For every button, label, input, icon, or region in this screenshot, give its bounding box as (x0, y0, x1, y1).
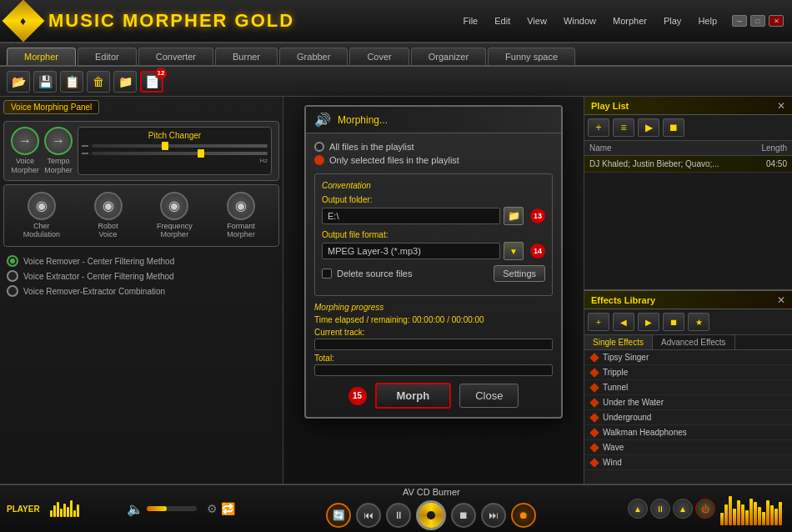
settings-icon[interactable]: ⚙ (207, 502, 218, 515)
eq-bar-5 (737, 500, 740, 525)
fx-btn-5[interactable]: ★ (688, 313, 709, 331)
playlist-column-headers: Name Length (584, 141, 792, 156)
browse-folder-button[interactable]: 📁 (504, 207, 524, 225)
morph-button[interactable]: Morph (375, 383, 452, 409)
fx-item-tripple[interactable]: Tripple (584, 365, 792, 380)
toolbar-btn-5[interactable]: 📁 (113, 71, 137, 93)
fx-item-walkman[interactable]: Walkman Headphones (584, 425, 792, 440)
playlist-btn-2[interactable]: ≡ (613, 118, 634, 137)
total-progress (314, 364, 553, 376)
volume-down-icon[interactable]: 🔈 (127, 501, 143, 517)
repeat-button[interactable]: 🔄 (326, 503, 351, 528)
menu-file[interactable]: File (457, 13, 485, 28)
frequency-morpher-btn[interactable]: ◉ FrequencyMorpher (144, 192, 206, 240)
tab-burner[interactable]: Burner (215, 48, 278, 65)
tab-converter[interactable]: Converter (138, 48, 213, 65)
fx-btn-4[interactable]: ⏹ (663, 313, 684, 331)
output-format-dropdown[interactable]: ▼ (504, 242, 524, 260)
radio-dot-2 (7, 270, 18, 282)
formant-morpher-btn[interactable]: ◉ FormantMorpher (210, 192, 272, 240)
stop-button[interactable]: ⏹ (451, 503, 476, 528)
menu-edit[interactable]: Edit (488, 13, 517, 28)
menu-play[interactable]: Play (657, 13, 688, 28)
volume-slider[interactable] (147, 506, 197, 511)
repeat-icon[interactable]: 🔁 (221, 502, 235, 515)
radio-voice-remover[interactable]: Voice Remover - Center Filtering Method (7, 255, 276, 267)
viz-bar-1 (50, 510, 53, 517)
toolbar: 📂 💾 📋 🗑 📁 📄 12 (0, 67, 792, 97)
fx-item-tipsy-singer[interactable]: Tipsy Singer (584, 350, 792, 365)
speaker-btn-3[interactable]: ▲ (673, 499, 693, 519)
fx-item-wind[interactable]: Wind (584, 455, 792, 470)
playlist-btn-4[interactable]: ⏹ (663, 118, 684, 137)
fx-item-underground[interactable]: Underground (584, 410, 792, 425)
close-button[interactable]: ✕ (769, 15, 784, 27)
fx-btn-3[interactable]: ▶ (638, 313, 659, 331)
fx-item-wave[interactable]: Wave (584, 440, 792, 455)
output-folder-input[interactable] (322, 208, 500, 224)
toolbar-btn-highlighted[interactable]: 📄 12 (140, 71, 163, 93)
playlist-add-button[interactable]: + (588, 118, 609, 137)
eq-bar-4 (733, 509, 736, 525)
fx-btn-2[interactable]: ◀ (613, 313, 634, 331)
output-folder-row: 📁 13 (322, 207, 545, 225)
robot-voice-btn[interactable]: ◉ RobotVoice (78, 192, 139, 240)
tab-cover[interactable]: Cover (349, 48, 409, 65)
maximize-button[interactable]: □ (750, 15, 765, 27)
playlist-title: Play List (591, 101, 629, 111)
radio-all-files[interactable]: All files in the playlist (314, 142, 553, 152)
toolbar-btn-3[interactable]: 📋 (60, 71, 83, 93)
toolbar-btn-2[interactable]: 💾 (33, 71, 57, 93)
eq-bar-9 (754, 502, 757, 525)
tab-editor[interactable]: Editor (78, 48, 137, 65)
radio-voice-remover-extractor[interactable]: Voice Remover-Extractor Combination (7, 285, 276, 297)
eq-bar-3 (729, 496, 732, 525)
cher-modulation-btn[interactable]: ◉ CherModulation (11, 192, 73, 240)
menu-help[interactable]: Help (691, 13, 724, 28)
tab-organizer[interactable]: Organizer (411, 48, 486, 65)
effects-close-icon[interactable]: ✕ (777, 294, 785, 306)
playlist-close-icon[interactable]: ✕ (777, 100, 785, 112)
app-title: MUSIC MORPHER GOLD (48, 10, 457, 32)
eq-bar-11 (762, 512, 765, 525)
conventation-label: Conventation (322, 181, 545, 190)
speaker-btn-4[interactable]: ⏻ (695, 499, 715, 519)
prev-button[interactable]: ⏮ (356, 503, 381, 528)
fx-tab-advanced[interactable]: Advanced Effects (653, 335, 735, 349)
fx-tab-single[interactable]: Single Effects (584, 335, 653, 349)
menu-window[interactable]: Window (557, 13, 603, 28)
tab-grabber[interactable]: Grabber (279, 48, 348, 65)
minimize-button[interactable]: ─ (732, 15, 747, 27)
toolbar-btn-4[interactable]: 🗑 (87, 71, 110, 93)
fx-item-under-water[interactable]: Under the Water (584, 395, 792, 410)
voice-morpher-btn[interactable]: → VoiceMorpher (11, 127, 39, 175)
playlist-btn-3[interactable]: ▶ (638, 118, 659, 137)
delete-source-checkbox[interactable] (322, 269, 332, 279)
eq-bar-14 (774, 509, 778, 525)
speaker-btn-1[interactable]: ▲ (628, 499, 648, 519)
menu-view[interactable]: View (520, 13, 554, 28)
radio-selected-files[interactable]: Only selected files in the playlist (314, 155, 553, 165)
next-button[interactable]: ⏭ (481, 503, 506, 528)
speaker-btn-2[interactable]: ⏸ (650, 499, 670, 519)
dialog-close-button[interactable]: Close (459, 384, 519, 408)
fx-item-tunnel[interactable]: Tunnel (584, 380, 792, 395)
tab-funnyspace[interactable]: Funny space (488, 48, 575, 65)
settings-button[interactable]: Settings (494, 265, 545, 282)
pause-button[interactable]: ⏸ (386, 503, 411, 528)
tempo-morpher-btn[interactable]: → TempoMorpher (44, 127, 73, 175)
viz-bar-7 (70, 500, 73, 517)
play-cd-button[interactable] (416, 500, 446, 530)
viz-bar-8 (73, 510, 76, 517)
playlist-item-1[interactable]: DJ Khaled; Justin Bieber; Quavo;... 04:5… (584, 156, 792, 173)
toolbar-btn-1[interactable]: 📂 (7, 71, 30, 93)
app-logo: ♦ (3, 0, 45, 42)
fx-btn-1[interactable]: + (588, 313, 609, 331)
tab-morpher[interactable]: Morpher (7, 48, 76, 65)
record-button[interactable]: ⏺ (511, 503, 536, 528)
playlist-item-name-1: DJ Khaled; Justin Bieber; Quavo;... (589, 159, 766, 168)
eq-bar-2 (724, 504, 728, 525)
menu-morpher[interactable]: Morpher (606, 13, 654, 28)
radio-voice-extractor[interactable]: Voice Extractor - Center Filtering Metho… (7, 270, 276, 282)
effects-panel: Effects Library ✕ + ◀ ▶ ⏹ ★ Single Effec… (584, 291, 792, 484)
